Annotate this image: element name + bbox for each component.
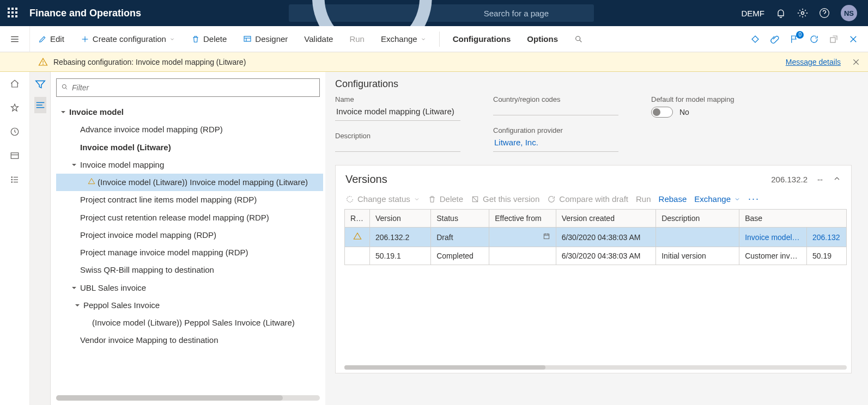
caret-down-icon <box>74 302 81 309</box>
refresh-icon[interactable] <box>809 34 819 44</box>
tree-node-invoice-model-mapping[interactable]: Invoice model mapping <box>56 156 323 174</box>
tree-horizontal-scrollbar[interactable] <box>56 395 320 401</box>
cell-created: 6/30/2020 04:38:03 AM <box>556 228 656 247</box>
user-initials: NS <box>844 9 854 17</box>
search-input[interactable] <box>484 9 587 18</box>
row-warning-icon <box>345 247 370 265</box>
col-status[interactable]: Status <box>431 210 489 228</box>
close-page-icon[interactable] <box>848 34 858 44</box>
popout-icon[interactable] <box>829 34 839 44</box>
options-label: Options <box>527 34 558 44</box>
calendar-icon[interactable] <box>543 232 550 242</box>
tree-lines-icon[interactable] <box>34 97 46 113</box>
versions-delete-button: Delete <box>428 194 463 204</box>
tree-node-invoice-model[interactable]: Invoice model <box>56 103 323 121</box>
left-rail <box>0 72 30 405</box>
tree-node-ubl[interactable]: UBL Sales invoice <box>56 279 323 297</box>
default-mapping-toggle[interactable] <box>651 107 673 118</box>
tree-node[interactable]: (Invoice model (Litware)) Peppol Sales I… <box>56 314 323 332</box>
run-label: Run <box>349 34 365 44</box>
col-version[interactable]: Version <box>370 210 431 228</box>
table-row[interactable]: 206.132.2 Draft 6/30/2020 04:38:03 AM In… <box>345 228 847 247</box>
funnel-icon[interactable] <box>34 76 46 93</box>
recent-icon[interactable] <box>0 120 29 144</box>
col-created[interactable]: Version created <box>556 210 656 228</box>
nav-hamburger[interactable] <box>0 26 30 52</box>
tree-node[interactable]: Advance invoice model mapping (RDP) <box>56 121 323 138</box>
waffle-icon[interactable] <box>8 8 19 19</box>
svg-rect-37 <box>544 234 549 239</box>
tree-node[interactable]: Project invoice model mapping (RDP) <box>56 226 323 244</box>
user-avatar[interactable]: NS <box>841 5 857 21</box>
paperclip-icon[interactable] <box>770 34 780 44</box>
col-effective[interactable]: Effective from <box>489 210 556 228</box>
warning-banner: Rebasing configuration: Invoice model ma… <box>0 52 868 72</box>
exchange-button[interactable]: Exchange <box>375 31 432 47</box>
compare-button: Compare with draft <box>547 194 628 204</box>
diamond-icon[interactable] <box>750 34 760 44</box>
warning-icon <box>88 174 95 191</box>
tree-node[interactable]: Project manage invoice model mapping (RD… <box>56 244 323 261</box>
bell-icon[interactable] <box>775 8 786 19</box>
col-r[interactable]: R… <box>345 210 370 228</box>
gear-icon[interactable] <box>797 8 808 19</box>
star-icon[interactable] <box>0 96 29 120</box>
description-value[interactable] <box>335 140 460 152</box>
default-mapping-label: Default for model mapping <box>651 95 734 103</box>
chevron-up-icon[interactable] <box>833 174 841 185</box>
designer-button[interactable]: Designer <box>238 31 293 47</box>
edit-button[interactable]: Edit <box>33 31 70 47</box>
name-value[interactable]: Invoice model mapping (Litware) <box>335 103 460 121</box>
flag-icon[interactable]: 0 <box>790 34 799 44</box>
company-code[interactable]: DEMF <box>741 9 764 18</box>
configurations-tab[interactable]: Configurations <box>447 31 517 47</box>
versions-panel: Versions 206.132.2 -- Change status Dele… <box>335 165 852 373</box>
cell-effective[interactable] <box>489 228 556 247</box>
table-horizontal-scrollbar[interactable] <box>344 365 847 370</box>
home-icon[interactable] <box>0 72 29 96</box>
command-bar: Edit Create configuration Delete Designe… <box>0 26 868 52</box>
svg-rect-14 <box>830 38 835 42</box>
tree-node[interactable]: Project cust retention release model map… <box>56 209 323 226</box>
svg-point-2 <box>801 12 804 15</box>
tree-label: Invoice model <box>69 103 124 121</box>
provider-value[interactable]: Litware, Inc. <box>493 134 618 152</box>
tree-label: Invoice model mapping <box>80 156 164 174</box>
help-icon[interactable] <box>819 8 830 19</box>
more-actions-icon[interactable]: ··· <box>748 193 760 205</box>
compare-label: Compare with draft <box>559 194 628 204</box>
flag-badge: 0 <box>796 31 804 39</box>
tree-node[interactable]: Vendor invoice Mapping to destination <box>56 332 323 349</box>
create-configuration-button[interactable]: Create configuration <box>75 31 180 47</box>
table-row[interactable]: 50.19.1 Completed 6/30/2020 04:38:03 AM … <box>345 247 847 265</box>
global-search[interactable] <box>289 4 594 22</box>
configurations-label: Configurations <box>453 34 511 44</box>
cell-base[interactable]: Invoice model… <box>739 228 807 247</box>
validate-button[interactable]: Validate <box>299 31 338 47</box>
cell-base-num[interactable]: 206.132 <box>806 228 846 247</box>
options-tab[interactable]: Options <box>521 31 563 47</box>
tree-node-peppol[interactable]: Peppol Sales Invoice <box>56 297 323 314</box>
versions-exchange-button[interactable]: Exchange <box>694 194 740 204</box>
col-base[interactable]: Base <box>739 210 847 228</box>
workspaces-icon[interactable] <box>0 144 29 168</box>
country-value[interactable] <box>493 103 618 115</box>
rebase-button[interactable]: Rebase <box>659 194 687 204</box>
tree-node-selected[interactable]: (Invoice model (Litware)) Invoice model … <box>56 174 323 191</box>
tree-node[interactable]: Swiss QR-Bill mapping to destination <box>56 261 323 279</box>
tree-node[interactable]: Project contract line items model mappin… <box>56 191 323 208</box>
find-button[interactable] <box>569 32 588 47</box>
close-warning-icon[interactable] <box>852 58 860 66</box>
filter-search-icon <box>61 83 69 93</box>
cell-effective[interactable] <box>489 247 556 265</box>
tree-node[interactable]: Invoice model (Litware) <box>56 139 323 156</box>
cell-base: Customer inv… <box>739 247 807 265</box>
col-description[interactable]: Description <box>656 210 739 228</box>
modules-icon[interactable] <box>0 168 29 192</box>
svg-point-26 <box>11 179 13 180</box>
filter-input[interactable] <box>72 83 315 92</box>
get-version-label: Get this version <box>483 194 539 204</box>
delete-button[interactable]: Delete <box>186 31 232 47</box>
filter-input-wrapper[interactable] <box>56 78 320 97</box>
message-details-link[interactable]: Message details <box>786 58 841 66</box>
